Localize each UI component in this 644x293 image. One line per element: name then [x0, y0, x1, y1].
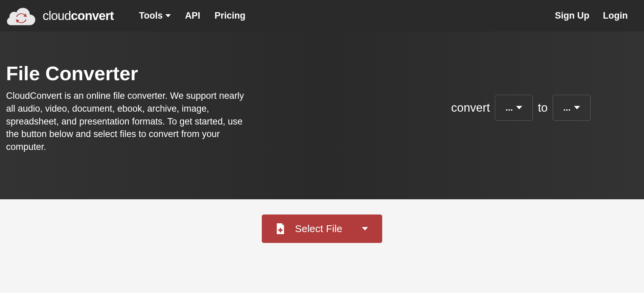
nav-tools[interactable]: Tools [139, 10, 171, 21]
chevron-down-icon [362, 227, 368, 230]
select-file-button[interactable]: Select File [262, 215, 382, 243]
page-description: CloudConvert is an online file converter… [6, 90, 253, 154]
nav-login[interactable]: Login [603, 10, 628, 21]
logo-text: cloudconvert [43, 9, 114, 23]
to-format-select[interactable]: ... [553, 95, 591, 121]
select-file-section: Select File [0, 199, 644, 256]
file-add-icon [276, 223, 285, 234]
nav-login-label: Login [603, 10, 628, 21]
convert-controls: convert ... to ... [451, 95, 591, 121]
from-format-placeholder: ... [505, 103, 513, 113]
header: cloudconvert Tools API Pricing Sign Up L… [0, 0, 644, 31]
to-label: to [538, 101, 548, 114]
main-nav: Tools API Pricing [139, 10, 246, 21]
convert-label: convert [451, 101, 490, 114]
chevron-down-icon [574, 106, 580, 109]
hero-content: File Converter CloudConvert is an online… [6, 62, 253, 154]
select-file-label: Select File [295, 223, 342, 234]
logo-text-bold: convert [71, 9, 114, 23]
auth-nav: Sign Up Login [555, 10, 628, 21]
nav-api-label: API [185, 10, 200, 21]
to-format-placeholder: ... [563, 103, 571, 113]
logo[interactable]: cloudconvert [6, 6, 114, 26]
nav-tools-label: Tools [139, 10, 163, 21]
svg-rect-1 [278, 229, 283, 231]
chevron-down-icon [516, 106, 522, 109]
nav-signup[interactable]: Sign Up [555, 10, 590, 21]
hero-section: File Converter CloudConvert is an online… [0, 31, 644, 199]
chevron-down-icon [165, 14, 171, 17]
page-title: File Converter [6, 62, 253, 85]
nav-pricing-label: Pricing [214, 10, 246, 21]
nav-pricing[interactable]: Pricing [214, 10, 246, 21]
cloud-logo-icon [6, 6, 37, 26]
nav-api[interactable]: API [185, 10, 200, 21]
logo-text-light: cloud [43, 9, 71, 23]
nav-signup-label: Sign Up [555, 10, 590, 21]
from-format-select[interactable]: ... [495, 95, 533, 121]
